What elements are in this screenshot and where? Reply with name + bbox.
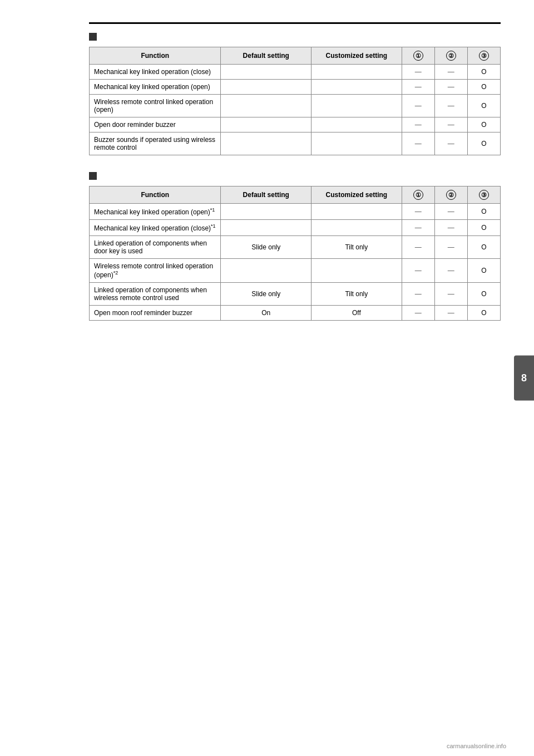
table-2: Function Default setting Customized sett…: [89, 186, 501, 321]
superscript-3: *2: [113, 270, 118, 276]
table1-customized-3: [312, 117, 402, 132]
table1-header-num1: ①: [402, 47, 434, 65]
table2-col2-0: —: [434, 204, 467, 220]
table2-col2-1: —: [434, 220, 467, 236]
table1-function-4: Buzzer sounds if operated using wireless…: [90, 132, 221, 155]
table1-function-1: Mechanical key linked operation (open): [90, 80, 221, 95]
table-row: Mechanical key linked operation (close)*…: [90, 220, 501, 236]
table1-col1-1: —: [402, 80, 434, 95]
table2-col3-4: O: [467, 283, 500, 306]
table2-col3-0: O: [467, 204, 500, 220]
table2-col2-2: —: [434, 236, 467, 259]
table2-header-num3: ③: [467, 186, 500, 204]
table1-header-customized: Customized setting: [312, 47, 402, 65]
table2-col2-5: —: [434, 306, 467, 321]
superscript-1: *1: [211, 223, 216, 229]
table2-function-0: Mechanical key linked operation (open)*1: [90, 204, 221, 220]
table2-function-5: Open moon roof reminder buzzer: [90, 306, 221, 321]
table1-customized-2: [312, 95, 402, 117]
table2-col1-2: —: [402, 236, 434, 259]
table1-col1-4: —: [402, 132, 434, 155]
table1-header-num2: ②: [434, 47, 467, 65]
table2-function-4: Linked operation of components when wire…: [90, 283, 221, 306]
table1-customized-4: [312, 132, 402, 155]
table1-default-1: [221, 80, 312, 95]
circle-3: ③: [479, 51, 489, 61]
table1-default-2: [221, 95, 312, 117]
table1-col3-2: O: [467, 95, 500, 117]
table-row: Wireless remote control linked operation…: [90, 259, 501, 283]
circle-2: ②: [446, 51, 456, 61]
table2-function-1: Mechanical key linked operation (close)*…: [90, 220, 221, 236]
table-row: Open door reminder buzzer — — O: [90, 117, 501, 132]
table-row: Buzzer sounds if operated using wireless…: [90, 132, 501, 155]
table-row: Open moon roof reminder buzzer On Off — …: [90, 306, 501, 321]
table2-default-0: [221, 204, 312, 220]
table2-col2-4: —: [434, 283, 467, 306]
table2-customized-1: [312, 220, 402, 236]
table2-header-num2: ②: [434, 186, 467, 204]
table2-default-3: [221, 259, 312, 283]
table2-function-3: Wireless remote control linked operation…: [90, 259, 221, 283]
table-row: Wireless remote control linked operation…: [90, 95, 501, 117]
table1-col2-3: —: [434, 117, 467, 132]
table-1: Function Default setting Customized sett…: [89, 47, 501, 155]
table2-col1-5: —: [402, 306, 434, 321]
table2-default-1: [221, 220, 312, 236]
table1-function-3: Open door reminder buzzer: [90, 117, 221, 132]
section-1: Function Default setting Customized sett…: [89, 33, 501, 155]
table1-col2-2: —: [434, 95, 467, 117]
table-row: Mechanical key linked operation (close) …: [90, 65, 501, 80]
table1-col1-2: —: [402, 95, 434, 117]
top-border: [89, 22, 501, 24]
table2-header-function: Function: [90, 186, 221, 204]
table2-customized-5: Off: [312, 306, 402, 321]
table1-header-default: Default setting: [221, 47, 312, 65]
table2-customized-4: Tilt only: [312, 283, 402, 306]
superscript-0: *1: [210, 207, 215, 213]
table2-customized-2: Tilt only: [312, 236, 402, 259]
table1-default-0: [221, 65, 312, 80]
table1-col2-4: —: [434, 132, 467, 155]
table1-col3-0: O: [467, 65, 500, 80]
table1-header-num3: ③: [467, 47, 500, 65]
table2-col3-5: O: [467, 306, 500, 321]
table2-header-customized: Customized setting: [312, 186, 402, 204]
table2-header-default: Default setting: [221, 186, 312, 204]
section-2: Function Default setting Customized sett…: [89, 172, 501, 321]
table2-function-2: Linked operation of components when door…: [90, 236, 221, 259]
table2-customized-0: [312, 204, 402, 220]
table2-default-5: On: [221, 306, 312, 321]
table1-function-2: Wireless remote control linked operation…: [90, 95, 221, 117]
table1-customized-0: [312, 65, 402, 80]
table1-header-function: Function: [90, 47, 221, 65]
table1-customized-1: [312, 80, 402, 95]
table1-col3-1: O: [467, 80, 500, 95]
table1-default-3: [221, 117, 312, 132]
section-marker-2: [89, 172, 97, 180]
table2-col1-1: —: [402, 220, 434, 236]
table-row: Linked operation of components when door…: [90, 236, 501, 259]
circle-2b: ②: [446, 190, 456, 200]
table-row: Mechanical key linked operation (open)*1…: [90, 204, 501, 220]
table2-default-4: Slide only: [221, 283, 312, 306]
table2-col3-1: O: [467, 220, 500, 236]
table2-default-2: Slide only: [221, 236, 312, 259]
table1-col2-0: —: [434, 65, 467, 80]
circle-3b: ③: [479, 190, 489, 200]
table1-col2-1: —: [434, 80, 467, 95]
table2-col1-3: —: [402, 259, 434, 283]
table1-function-0: Mechanical key linked operation (close): [90, 65, 221, 80]
table1-default-4: [221, 132, 312, 155]
table2-col1-0: —: [402, 204, 434, 220]
table2-customized-3: [312, 259, 402, 283]
table1-col1-3: —: [402, 117, 434, 132]
table2-col1-4: —: [402, 283, 434, 306]
table1-col3-3: O: [467, 117, 500, 132]
watermark: carmanualsonline.info: [447, 743, 506, 749]
section-tab: 8: [514, 356, 534, 401]
table-row: Linked operation of components when wire…: [90, 283, 501, 306]
table1-col1-0: —: [402, 65, 434, 80]
table-row: Mechanical key linked operation (open) —…: [90, 80, 501, 95]
table2-col2-3: —: [434, 259, 467, 283]
